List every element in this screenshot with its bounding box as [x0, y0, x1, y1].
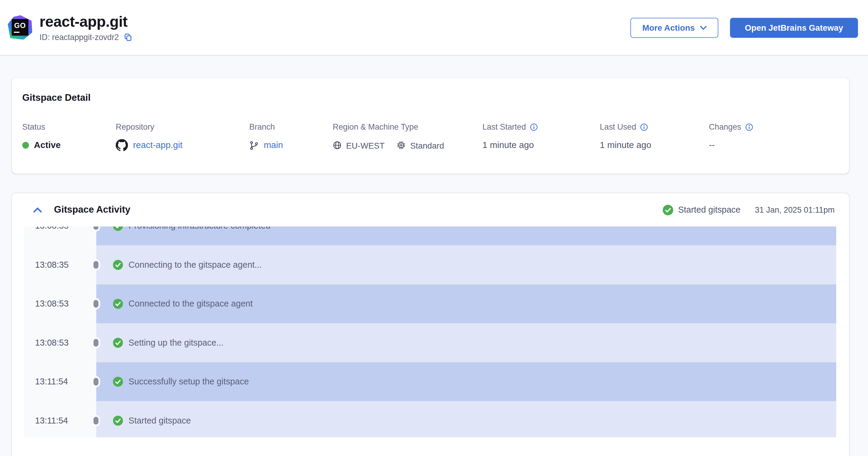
repository-link[interactable]: react-app.git	[133, 140, 183, 150]
last-started-value: 1 minute ago	[483, 139, 600, 152]
log-dot	[94, 378, 99, 386]
log-row: 13:08:53 Setting up the gitspace...	[24, 323, 836, 362]
log-dot	[94, 300, 99, 308]
detail-heading: Gitspace Detail	[22, 92, 837, 103]
more-actions-label: More Actions	[642, 23, 695, 32]
field-changes: Changes --	[709, 122, 837, 152]
success-check-icon	[113, 299, 123, 309]
success-check-icon	[662, 205, 673, 215]
chevron-down-icon	[700, 25, 707, 30]
open-jetbrains-gateway-button[interactable]: Open JetBrains Gateway	[730, 18, 858, 38]
gitspace-detail-card: Gitspace Detail Status Active Repository…	[12, 78, 849, 174]
github-icon	[116, 139, 128, 152]
active-status-dot	[22, 142, 29, 149]
last-started-label: Last Started	[483, 122, 526, 131]
log-message: Setting up the gitspace...	[128, 338, 223, 348]
log-message: Connected to the gitspace agent	[128, 299, 253, 309]
activity-latest-status: Started gitspace	[662, 205, 741, 215]
latest-status-text: Started gitspace	[678, 205, 741, 215]
last-used-label: Last Used	[600, 122, 636, 131]
latest-status-date: 31 Jan, 2025 01:11pm	[755, 206, 835, 214]
log-timestamp: 13:08:53	[24, 284, 97, 323]
goland-icon: GO	[7, 15, 33, 40]
field-last-used: Last Used 1 minute ago	[600, 122, 709, 152]
repository-label: Repository	[116, 122, 249, 131]
log-message: Started gitspace	[128, 416, 191, 426]
page-title: react-app.git	[39, 13, 132, 31]
log-message: Provisioning infrastructure completed	[128, 226, 270, 231]
changes-label: Changes	[709, 122, 741, 131]
info-icon[interactable]	[530, 123, 538, 131]
detail-fields: Status Active Repository react-app.git B…	[22, 122, 837, 152]
header-actions: More Actions Open JetBrains Gateway	[630, 18, 858, 38]
copy-icon[interactable]	[123, 32, 132, 41]
log-timestamp: 13:08:35	[24, 245, 97, 284]
log-row: 13:08:35 Provisioning infrastructure com…	[24, 226, 836, 245]
log-row: 13:11:54 Started gitspace	[24, 401, 836, 437]
success-check-icon	[113, 376, 123, 387]
field-last-started: Last Started 1 minute ago	[483, 122, 600, 152]
status-value: Active	[34, 140, 61, 150]
log-row: 13:08:53 Connected to the gitspace agent	[24, 284, 836, 323]
more-actions-button[interactable]: More Actions	[630, 18, 718, 38]
changes-value: --	[709, 139, 837, 152]
gitspace-detail-page: GO react-app.git ID: reactappgit-zovdr2	[0, 0, 868, 456]
log-row: 13:11:54 Successfully setup the gitspace	[24, 362, 836, 401]
log-message: Successfully setup the gitspace	[128, 376, 249, 387]
region-machine-label: Region & Machine Type	[333, 122, 483, 131]
field-repository: Repository react-app.git	[116, 122, 249, 152]
log-dot	[94, 261, 99, 269]
machine-type-value: Standard	[410, 141, 444, 150]
machine-chip-icon	[397, 141, 406, 150]
activity-log[interactable]: 13:08:35 Provisioning infrastructure com…	[24, 226, 836, 437]
info-icon[interactable]	[640, 123, 648, 131]
goland-logo-text: GO	[12, 19, 28, 36]
collapse-chevron-up-icon[interactable]	[33, 207, 42, 213]
log-row: 13:08:35 Connecting to the gitspace agen…	[24, 245, 836, 284]
page-header: GO react-app.git ID: reactappgit-zovdr2	[0, 0, 868, 56]
info-icon[interactable]	[745, 123, 753, 131]
success-check-icon	[113, 416, 123, 426]
region-value: EU-WEST	[346, 141, 385, 150]
activity-header: Gitspace Activity Started gitspace 31 Ja…	[12, 193, 849, 226]
log-timestamp: 13:08:53	[24, 323, 97, 362]
title-block: GO react-app.git ID: reactappgit-zovdr2	[7, 13, 132, 41]
log-dot	[94, 417, 99, 425]
log-message: Connecting to the gitspace agent...	[128, 260, 262, 270]
field-branch: Branch main	[249, 122, 333, 152]
log-timestamp: 13:11:54	[24, 362, 97, 401]
success-check-icon	[113, 226, 123, 231]
branch-label: Branch	[249, 122, 333, 131]
gitspace-id: ID: reactappgit-zovdr2	[39, 32, 119, 41]
git-branch-icon	[249, 141, 259, 150]
field-region-machine: Region & Machine Type EU-WEST	[333, 122, 483, 152]
branch-link[interactable]: main	[264, 140, 283, 150]
success-check-icon	[113, 338, 123, 348]
last-used-value: 1 minute ago	[600, 139, 709, 152]
globe-icon	[333, 141, 342, 150]
log-timestamp: 13:08:35	[24, 226, 97, 245]
log-timestamp: 13:11:54	[24, 401, 97, 437]
log-dot	[94, 339, 99, 347]
gitspace-activity-card: Gitspace Activity Started gitspace 31 Ja…	[12, 193, 849, 456]
status-label: Status	[22, 122, 116, 131]
activity-heading: Gitspace Activity	[54, 204, 130, 215]
field-status: Status Active	[22, 122, 116, 152]
success-check-icon	[113, 260, 123, 270]
